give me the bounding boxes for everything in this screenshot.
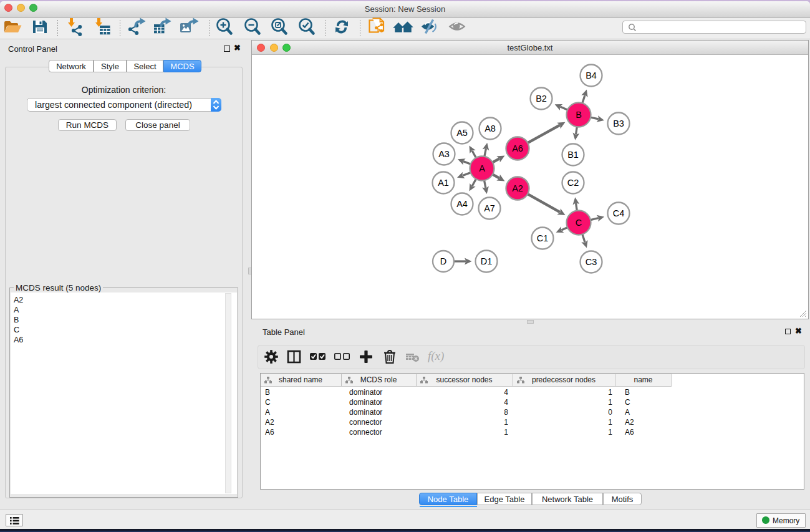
svg-text:A2: A2 [512, 183, 523, 193]
svg-text:D1: D1 [481, 256, 493, 266]
svg-text:A8: A8 [485, 123, 496, 133]
svg-text:A1: A1 [438, 178, 449, 188]
svg-text:A4: A4 [456, 199, 468, 209]
svg-text:B2: B2 [536, 94, 547, 104]
svg-text:B3: B3 [613, 118, 624, 128]
svg-text:C1: C1 [537, 233, 549, 243]
svg-text:C3: C3 [586, 257, 597, 267]
svg-text:A5: A5 [456, 128, 468, 138]
svg-text:A6: A6 [512, 143, 523, 153]
svg-text:D: D [440, 256, 446, 266]
svg-text:A3: A3 [438, 149, 450, 159]
svg-text:C: C [576, 218, 582, 228]
svg-text:A: A [479, 163, 485, 173]
svg-text:C4: C4 [613, 208, 625, 218]
svg-text:B1: B1 [567, 150, 579, 160]
svg-text:C2: C2 [567, 178, 579, 188]
svg-text:A7: A7 [484, 203, 495, 213]
svg-text:B4: B4 [586, 70, 597, 80]
svg-text:B: B [576, 110, 582, 120]
